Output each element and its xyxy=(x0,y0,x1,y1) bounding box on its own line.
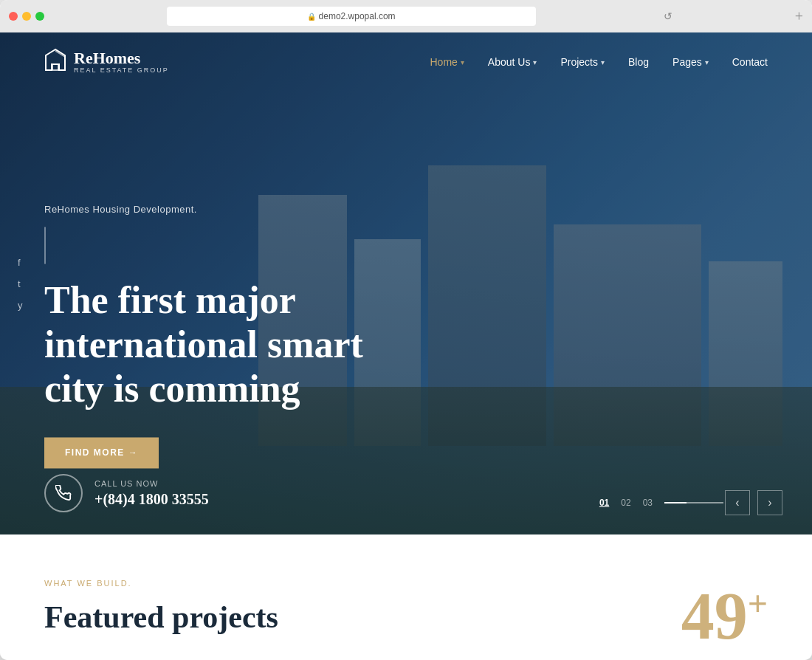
section-label: WHAT WE BUILD. xyxy=(44,579,768,588)
nav-item-about[interactable]: About Us ▾ xyxy=(488,56,537,68)
hero-title: The first major international smart city… xyxy=(44,278,399,410)
hero-decorative-line xyxy=(44,227,46,264)
stat-badge: 49+ xyxy=(681,583,768,650)
hero-subtitle: ReHomes Housing Development. xyxy=(44,204,399,215)
hero-call: CALL US NOW +(84)4 1800 33555 xyxy=(44,474,209,512)
featured-section: WHAT WE BUILD. Featured projects 49+ xyxy=(0,534,812,660)
hero-content: ReHomes Housing Development. The first m… xyxy=(44,204,399,468)
social-link-facebook[interactable]: f xyxy=(18,257,23,268)
logo-icon xyxy=(44,48,66,76)
nav-arrow-pages: ▾ xyxy=(705,58,709,66)
maximize-button[interactable] xyxy=(35,12,44,21)
nav-item-projects[interactable]: Projects ▾ xyxy=(560,56,605,68)
traffic-lights xyxy=(9,12,44,21)
social-links: f t y xyxy=(18,257,23,311)
slide-indicators: 01 02 03 xyxy=(599,498,723,508)
call-text: CALL US NOW +(84)4 1800 33555 xyxy=(94,479,209,508)
nav-link-pages[interactable]: Pages ▾ xyxy=(672,56,709,68)
nav-arrow-about: ▾ xyxy=(533,58,537,66)
call-label: CALL US NOW xyxy=(94,479,209,488)
slide-indicator-2[interactable]: 02 xyxy=(621,498,630,508)
logo-text: ReHomes REAL ESTATE GROUP xyxy=(74,50,169,74)
slide-progress-line xyxy=(664,502,723,503)
stat-number: 49+ xyxy=(681,580,768,653)
browser-window: 🔒 demo2.wpopal.com ↺ + xyxy=(0,0,812,660)
call-number: +(84)4 1800 33555 xyxy=(94,491,209,507)
social-link-youtube[interactable]: y xyxy=(18,300,23,311)
slide-nav: ‹ › xyxy=(725,490,782,515)
slide-indicator-1[interactable]: 01 xyxy=(599,498,609,508)
nav-arrow-projects: ▾ xyxy=(601,58,605,66)
phone-icon xyxy=(55,485,72,501)
phone-icon-circle xyxy=(44,474,83,512)
slide-indicator-3[interactable]: 03 xyxy=(643,498,653,508)
minimize-button[interactable] xyxy=(22,12,31,21)
new-tab-button[interactable]: + xyxy=(795,9,803,24)
nav-link-contact[interactable]: Contact xyxy=(732,56,768,68)
nav-link-about[interactable]: About Us ▾ xyxy=(488,56,537,68)
nav-link-projects[interactable]: Projects ▾ xyxy=(560,56,605,68)
nav-links: Home ▾ About Us ▾ Projects ▾ xyxy=(430,56,768,68)
logo-sub-text: REAL ESTATE GROUP xyxy=(74,66,169,74)
logo[interactable]: ReHomes REAL ESTATE GROUP xyxy=(44,48,169,76)
nav-item-blog[interactable]: Blog xyxy=(628,56,649,68)
svg-rect-0 xyxy=(52,64,58,70)
page-content: ReHomes REAL ESTATE GROUP Home ▾ About U… xyxy=(0,32,812,660)
url-text: demo2.wpopal.com xyxy=(319,11,396,21)
slide-prev-button[interactable]: ‹ xyxy=(725,490,750,515)
nav-link-blog[interactable]: Blog xyxy=(628,56,649,68)
browser-chrome: 🔒 demo2.wpopal.com ↺ + xyxy=(0,0,812,32)
nav-link-home[interactable]: Home ▾ xyxy=(430,56,464,68)
slide-next-button[interactable]: › xyxy=(757,490,782,515)
logo-main-text: ReHomes xyxy=(74,50,169,66)
nav-arrow-home: ▾ xyxy=(461,58,464,66)
address-bar[interactable]: 🔒 demo2.wpopal.com xyxy=(167,7,536,26)
social-link-twitter[interactable]: t xyxy=(18,278,23,289)
hero-section: ReHomes REAL ESTATE GROUP Home ▾ About U… xyxy=(0,32,812,534)
nav-item-contact[interactable]: Contact xyxy=(732,56,768,68)
nav-item-pages[interactable]: Pages ▾ xyxy=(672,56,709,68)
lock-icon: 🔒 xyxy=(307,13,316,21)
close-button[interactable] xyxy=(9,12,18,21)
reload-button[interactable]: ↺ xyxy=(664,10,672,23)
nav-item-home[interactable]: Home ▾ xyxy=(430,56,464,68)
section-title: Featured projects xyxy=(44,599,768,635)
find-more-button[interactable]: FIND MORE → xyxy=(44,438,159,469)
navbar: ReHomes REAL ESTATE GROUP Home ▾ About U… xyxy=(0,32,812,92)
